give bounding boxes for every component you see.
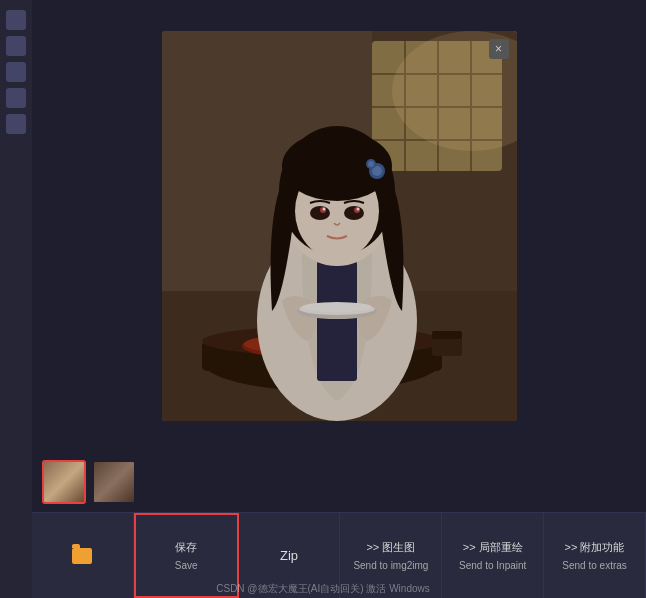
thumbnail-strip [32,452,646,512]
sidebar-icon-2[interactable] [6,36,26,56]
extras-en-label: Send to extras [562,559,626,572]
img2img-en-label: Send to img2img [353,559,428,572]
left-sidebar [0,0,32,598]
close-button[interactable]: × [489,39,509,59]
img2img-button[interactable]: >> 图生图 Send to img2img [340,513,442,598]
save-en-label: Save [175,559,198,572]
inpaint-en-label: Send to Inpaint [459,559,526,572]
save-button[interactable]: 保存 Save [134,513,239,598]
extras-button[interactable]: >> 附加功能 Send to extras [544,513,646,598]
extras-cn-label: >> 附加功能 [565,540,625,555]
app-container: × 保存 Save [0,0,646,598]
inpaint-cn-label: >> 局部重绘 [463,540,523,555]
bottom-toolbar: 保存 Save Zip >> 图生图 Send to img2img >> 局部… [32,512,646,598]
inpaint-button[interactable]: >> 局部重绘 Send to Inpaint [442,513,544,598]
thumbnail-2-image [94,462,134,502]
zip-label: Zip [280,548,298,563]
save-cn-label: 保存 [175,540,197,555]
folder-button[interactable] [32,513,134,598]
img2img-cn-label: >> 图生图 [366,540,415,555]
zip-button[interactable]: Zip [239,513,341,598]
sidebar-icon-4[interactable] [6,88,26,108]
thumbnail-1[interactable] [42,460,86,504]
sidebar-icon-3[interactable] [6,62,26,82]
sidebar-icon-5[interactable] [6,114,26,134]
sidebar-icon-1[interactable] [6,10,26,30]
image-wrapper: × [162,31,517,421]
image-area: × [32,0,646,452]
folder-icon [70,544,94,568]
main-image [162,31,517,421]
main-content: × 保存 Save [32,0,646,598]
thumbnail-2[interactable] [92,460,136,504]
thumbnail-1-image [44,462,84,502]
